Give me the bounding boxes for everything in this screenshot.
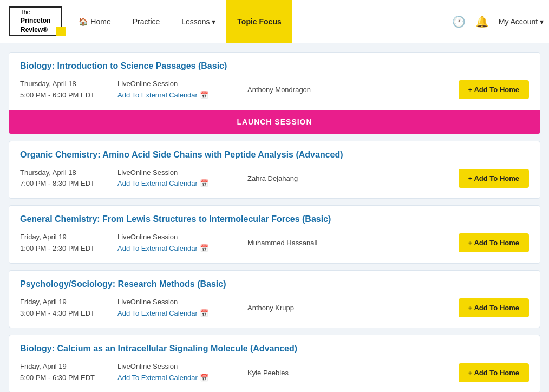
session-datetime-1: Thursday, April 18 5:00 PM - 6:30 PM EDT — [20, 79, 117, 101]
calendar-icon-2: 📅 — [200, 178, 208, 190]
session-datetime-2: Thursday, April 18 7:00 PM - 8:30 PM EDT — [20, 167, 117, 190]
logo-review: Review® — [21, 25, 50, 35]
session-instructor-4: Anthony Krupp — [247, 304, 459, 312]
session-details-3: Friday, April 19 1:00 PM - 2:30 PM EDT L… — [9, 226, 540, 263]
calendar-link-2[interactable]: Add To External Calendar 📅 — [117, 178, 247, 190]
logo[interactable]: The Princeton Review® — [9, 6, 62, 36]
nav-home[interactable]: 🏠 Home — [68, 0, 121, 43]
session-details-5: Friday, April 19 5:00 PM - 6:30 PM EDT L… — [9, 356, 540, 392]
session-title-1: Biology: Introduction to Science Passage… — [9, 53, 540, 73]
session-details-2: Thursday, April 18 7:00 PM - 8:30 PM EDT… — [9, 162, 540, 199]
session-card-4: Psychology/Sociology: Research Methods (… — [9, 270, 540, 329]
account-menu[interactable]: My Account ▾ — [499, 17, 544, 26]
session-title-2: Organic Chemistry: Amino Acid Side Chain… — [9, 141, 540, 162]
nav-topic-focus[interactable]: Topic Focus — [226, 0, 292, 43]
session-instructor-3: Muhammed Hassanali — [247, 239, 459, 247]
calendar-icon-4: 📅 — [200, 308, 208, 319]
session-instructor-5: Kyle Peebles — [247, 369, 459, 377]
calendar-link-3[interactable]: Add To External Calendar 📅 — [117, 243, 247, 254]
calendar-link-1[interactable]: Add To External Calendar 📅 — [117, 90, 247, 101]
session-title-3: General Chemistry: From Lewis Structures… — [9, 206, 540, 226]
logo-princeton: Princeton — [21, 16, 50, 25]
add-home-button-1[interactable]: + Add To Home — [459, 80, 529, 99]
session-type-1: LiveOnline Session Add To External Calen… — [117, 79, 247, 101]
session-card-2: Organic Chemistry: Amino Acid Side Chain… — [9, 141, 540, 199]
launch-session-button[interactable]: LAUNCH SESSION — [9, 110, 540, 134]
session-title-5: Biology: Calcium as an Intracellular Sig… — [9, 335, 540, 356]
session-type-4: LiveOnline Session Add To External Calen… — [117, 297, 247, 319]
session-card-3: General Chemistry: From Lewis Structures… — [9, 205, 540, 264]
session-datetime-4: Friday, April 19 3:00 PM - 4:30 PM EDT — [20, 297, 117, 319]
calendar-icon-5: 📅 — [200, 373, 208, 384]
session-card-5: Biology: Calcium as an Intracellular Sig… — [9, 335, 540, 392]
add-home-button-3[interactable]: + Add To Home — [459, 233, 529, 252]
add-home-button-5[interactable]: + Add To Home — [459, 363, 529, 382]
clock-icon[interactable]: 🕐 — [452, 15, 466, 28]
session-title-4: Psychology/Sociology: Research Methods (… — [9, 271, 540, 291]
header: The Princeton Review® 🏠 Home Practice Le… — [0, 0, 549, 43]
calendar-icon-3: 📅 — [200, 243, 208, 254]
session-type-2: LiveOnline Session Add To External Calen… — [117, 167, 247, 190]
nav-right: 🕐 🔔 My Account ▾ — [447, 0, 549, 43]
nav-practice[interactable]: Practice — [122, 0, 171, 43]
calendar-link-5[interactable]: Add To External Calendar 📅 — [117, 373, 247, 384]
session-datetime-3: Friday, April 19 1:00 PM - 2:30 PM EDT — [20, 232, 117, 254]
add-home-button-2[interactable]: + Add To Home — [459, 169, 529, 188]
logo-yellow-square — [56, 27, 66, 36]
session-details-4: Friday, April 19 3:00 PM - 4:30 PM EDT L… — [9, 291, 540, 328]
main-content: Biology: Introduction to Science Passage… — [0, 43, 549, 392]
nav-lessons[interactable]: Lessons ▾ — [171, 0, 226, 43]
calendar-icon-1: 📅 — [200, 90, 208, 101]
session-type-3: LiveOnline Session Add To External Calen… — [117, 232, 247, 254]
session-instructor-1: Anthony Mondragon — [247, 86, 459, 94]
session-type-5: LiveOnline Session Add To External Calen… — [117, 361, 247, 384]
session-card-1: Biology: Introduction to Science Passage… — [9, 52, 540, 134]
add-home-button-4[interactable]: + Add To Home — [459, 298, 529, 317]
calendar-link-4[interactable]: Add To External Calendar 📅 — [117, 308, 247, 319]
session-instructor-2: Zahra Dejahang — [247, 174, 459, 182]
logo-the: The — [21, 9, 50, 16]
bell-icon[interactable]: 🔔 — [475, 15, 489, 28]
session-details-1: Thursday, April 18 5:00 PM - 6:30 PM EDT… — [9, 73, 540, 110]
session-datetime-5: Friday, April 19 5:00 PM - 6:30 PM EDT — [20, 361, 117, 384]
home-icon: 🏠 — [79, 17, 88, 26]
main-nav: 🏠 Home Practice Lessons ▾ Topic Focus — [68, 0, 446, 43]
